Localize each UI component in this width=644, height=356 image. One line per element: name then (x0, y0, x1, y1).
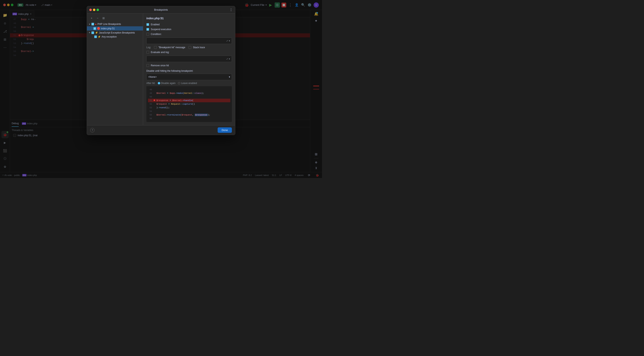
disable-again-radio[interactable]: Disable again (158, 82, 176, 85)
breakpoints-dialog: Breakpoints ⋮ + − ⊞ ▼ ✓ (87, 6, 235, 135)
modal-overlay: Breakpoints ⋮ + − ⊞ ▼ ✓ (0, 0, 322, 178)
preview-line-51: 51 $response = $kernel->handle( (148, 99, 230, 102)
bp-add-button[interactable]: + (89, 16, 94, 20)
dialog-traffic-lights (89, 9, 99, 11)
bp-group-php-checkbox[interactable]: ✓ (91, 23, 94, 26)
preview-line-49: 49 $kernel = $app->make(Kernel::class); (148, 91, 230, 95)
bp-view-button[interactable]: ⊞ (102, 16, 106, 20)
bp-any-exception-icon: ⚡ (98, 35, 101, 38)
prop-evaluate-row: Evaluate and log: (146, 51, 232, 54)
prop-condition-row: Condition: (146, 33, 232, 36)
preview-line-48: 48 (148, 88, 230, 91)
stack-trace-checkbox[interactable] (188, 46, 191, 49)
preview-line-53: 53 )->send(); (148, 106, 230, 110)
bp-toolbar: + − ⊞ (87, 15, 143, 22)
bp-js-icon: ⚡ (95, 31, 98, 34)
prop-suspend-row: ✓ Suspend execution (146, 28, 232, 31)
remove-once-label: Remove once hit (151, 64, 169, 67)
evaluate-input[interactable]: ⤢ ▾ (146, 56, 232, 62)
evaluate-expand-icon[interactable]: ⤢ (226, 58, 228, 60)
preview-line-55: 55 $kernel->terminate($request, $respons… (148, 113, 230, 117)
condition-dropdown-icon[interactable]: ▾ (229, 40, 230, 42)
leave-enabled-radio[interactable]: Leave enabled (178, 82, 197, 85)
bp-item-checkbox[interactable]: ✓ (93, 27, 96, 30)
preview-line-52: 52 $request = Request::capture() (148, 102, 230, 106)
prop-enabled-row: ✓ Enabled (146, 23, 232, 26)
bp-group-js: ▼ ⚡ JavaScript Exception Breakpoints ⚡ A… (87, 31, 143, 39)
breakpoint-tree-panel: + − ⊞ ▼ ✓ ● PHP Line Breakpoints (87, 14, 143, 125)
log-row: Log: "Breakpoint hit" message Stack trac… (146, 46, 232, 49)
condition-input[interactable]: ⤢ ▾ (146, 38, 232, 44)
bp-group-js-checkbox[interactable] (91, 31, 94, 34)
condition-checkbox[interactable] (146, 33, 149, 36)
prop-remove-once-row: Remove once hit (146, 64, 232, 67)
evaluate-checkbox[interactable] (146, 51, 149, 54)
disable-until-label: Disable until hitting the following brea… (146, 70, 193, 72)
done-button[interactable]: Done (218, 127, 232, 133)
bp-item-any-exception[interactable]: ⚡ Any exception (87, 35, 143, 39)
breakpoint-hit-checkbox[interactable] (154, 46, 157, 49)
help-button[interactable]: ? (90, 128, 94, 132)
disable-until-dropdown[interactable]: <None> ▾ (146, 74, 232, 80)
dialog-footer: ? Done (87, 125, 235, 135)
dialog-body: + − ⊞ ▼ ✓ ● PHP Line Breakpoints (87, 14, 235, 125)
dialog-close-button[interactable] (89, 9, 92, 11)
condition-label: Condition: (151, 33, 162, 36)
dialog-title-bar: Breakpoints ⋮ (87, 6, 235, 14)
after-hit-row: After hit: Disable again Leave enabled (146, 82, 232, 85)
bp-any-exception-checkbox[interactable] (94, 35, 97, 38)
preview-line-56: 56 (148, 117, 230, 120)
dialog-more-icon[interactable]: ⋮ (230, 8, 233, 12)
preview-line-54: 54 (148, 110, 230, 113)
evaluate-label: Evaluate and log: (151, 51, 170, 54)
bp-item-icon: 🔴 (97, 27, 100, 30)
code-preview: 48 49 $kernel = $app->make(Kernel::class… (146, 86, 232, 122)
condition-expand-icon[interactable]: ⤢ (226, 40, 228, 42)
evaluate-dropdown-icon[interactable]: ▾ (229, 58, 230, 60)
enabled-checkbox[interactable]: ✓ (146, 23, 149, 26)
bp-item-index-php-51[interactable]: ✓ 🔴 index.php:51 (87, 26, 143, 31)
dialog-minimize-button[interactable] (93, 9, 95, 11)
dialog-maximize-button[interactable] (96, 9, 99, 11)
dialog-title: Breakpoints (154, 8, 168, 11)
bp-remove-button[interactable]: − (95, 16, 100, 20)
disable-until-section: Disable until hitting the following brea… (146, 69, 232, 73)
suspend-label: Suspend execution (151, 28, 171, 31)
bp-group-php-header[interactable]: ▼ ✓ ● PHP Line Breakpoints (87, 22, 143, 26)
remove-once-checkbox[interactable] (146, 64, 149, 67)
enabled-label: Enabled (151, 23, 160, 26)
after-hit-label: After hit: (146, 82, 156, 85)
bp-group-php: ▼ ✓ ● PHP Line Breakpoints ✓ 🔴 index.p (87, 22, 143, 31)
bp-php-icon: ● (95, 23, 96, 26)
breakpoint-props-panel: index.php:51 ✓ Enabled ✓ Suspend executi… (143, 14, 235, 125)
suspend-checkbox[interactable]: ✓ (146, 28, 149, 31)
preview-line-50: 50 (148, 95, 230, 99)
bp-group-js-header[interactable]: ▼ ⚡ JavaScript Exception Breakpoints (87, 31, 143, 35)
bp-props-title: index.php:51 (146, 17, 232, 20)
